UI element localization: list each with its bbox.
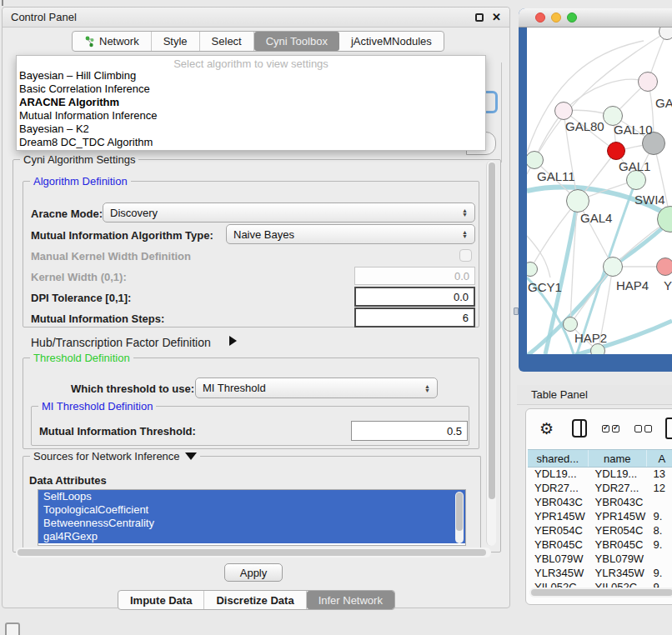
table-row[interactable]: YBR045CYBR045C9.	[528, 538, 672, 552]
dpi-tolerance-field[interactable]: 0.0	[354, 287, 475, 307]
attribute-item[interactable]: BetweennessCentrality	[38, 517, 465, 530]
node-gal80[interactable]	[554, 102, 573, 120]
attributes-scrollbar-thumb[interactable]	[456, 492, 463, 531]
network-canvas[interactable]: GALGAL80GAL10GAL1GAL11GAL4SWI4HAP4YGCY1H…	[527, 28, 672, 354]
aracne-mode-value: Discovery	[110, 207, 158, 219]
column-header-1[interactable]: shared...	[528, 450, 589, 467]
tab-discretize-data[interactable]: Discretize Data	[204, 591, 306, 609]
node-hap4[interactable]	[603, 257, 623, 277]
node-label-swi4: SWI4	[634, 192, 665, 207]
unchecked-pair-icon[interactable]	[634, 425, 652, 432]
node-label-gal1: GAL1	[619, 159, 650, 173]
settings-scrollbar[interactable]	[486, 161, 496, 546]
tab-style[interactable]: Style	[152, 32, 200, 51]
algorithm-menu-item[interactable]: ARACNE Algorithm	[17, 96, 485, 109]
table-header-row: shared...nameA	[528, 449, 672, 468]
cyni-bottom-tabbar: Impute DataDiscretize DataInfer Network	[118, 590, 395, 610]
aracne-mode-select[interactable]: Discovery ▲▼	[103, 202, 475, 222]
attribute-item[interactable]: SelfLoops	[38, 490, 465, 503]
which-threshold-select[interactable]: MI Threshold ▲▼	[195, 378, 438, 398]
attribute-item[interactable]: gal4RGexp	[38, 530, 465, 543]
tab-cyni-toolbox[interactable]: Cyni Toolbox	[254, 32, 339, 51]
mi-algorithm-type-select[interactable]: Naive Bayes ▲▼	[226, 224, 475, 244]
minimized-panel-icon[interactable]	[5, 622, 20, 635]
columns-icon[interactable]	[572, 419, 587, 438]
table-body: YDL19...YDL19...13YDR27...YDR27...12YBR0…	[528, 468, 672, 604]
settings-hscrollbar-thumb[interactable]	[18, 549, 486, 556]
mi-threshold-value: 0.5	[447, 425, 462, 438]
panel-title: Control Panel	[11, 11, 77, 23]
edge-artifact	[2, 0, 3, 6]
table-cell: YER054C	[589, 524, 647, 538]
control-panel-tabbar: NetworkStyleSelectCyni ToolboxjActiveMNo…	[72, 31, 444, 52]
table-cell	[646, 496, 672, 510]
apply-button[interactable]: Apply	[224, 563, 283, 582]
table-row[interactable]: YBL079WYBL079W	[528, 552, 672, 567]
mi-threshold-label: Mutual Information Threshold:	[39, 425, 196, 438]
collapse-down-icon[interactable]	[185, 452, 197, 460]
close-window-icon[interactable]	[535, 12, 545, 22]
settings-hscrollbar[interactable]	[16, 548, 491, 558]
manual-kernel-width-checkbox[interactable]	[459, 249, 472, 262]
unchecked-box-icon	[634, 425, 642, 432]
table-cell: YBR043C	[528, 496, 589, 510]
table-cell: YBR045C	[589, 538, 647, 552]
checked-pair-icon[interactable]	[602, 425, 619, 432]
tab-label: Cyni Toolbox	[266, 35, 328, 48]
hub-section-label[interactable]: Hub/Transcription Factor Definition	[31, 336, 211, 349]
table-cell: 8.	[646, 524, 672, 538]
algorithm-menu-item[interactable]: Basic Correlation Inference	[17, 82, 485, 96]
close-panel-icon[interactable]: ✕	[492, 13, 501, 22]
algorithm-definition-title: Algorithm Definition	[30, 175, 131, 188]
tab-select[interactable]: Select	[200, 32, 254, 51]
table-row[interactable]: YER054CYER054C8.	[528, 524, 672, 538]
network-window-titlebar[interactable]	[519, 8, 672, 28]
float-panel-icon[interactable]	[475, 13, 484, 22]
table-row[interactable]: YDR27...YDR27...12	[528, 482, 672, 496]
node-salmon[interactable]	[656, 258, 672, 276]
node-hap2[interactable]	[563, 317, 578, 332]
algorithm-menu-item[interactable]: Bayesian – K2	[17, 122, 485, 136]
node-pink-upper[interactable]	[638, 72, 658, 92]
tab-network[interactable]: Network	[73, 32, 152, 51]
node-gal4[interactable]	[566, 189, 589, 212]
tab-impute-data[interactable]: Impute Data	[118, 591, 204, 609]
table-cell: YDR27...	[589, 482, 647, 496]
mi-threshold-field[interactable]: 0.5	[351, 421, 468, 441]
unchecked-box-icon	[644, 425, 652, 432]
table-row[interactable]: YPR145WYPR145W9.	[528, 510, 672, 524]
column-header-3[interactable]: A	[647, 450, 672, 467]
algorithm-menu-item[interactable]: Bayesian – Hill Climbing	[17, 69, 485, 82]
zoom-window-icon[interactable]	[567, 12, 577, 22]
table-hscrollbar[interactable]	[529, 588, 672, 598]
gear-icon[interactable]: ⚙	[539, 419, 554, 438]
tab-label: jActiveMNodules	[351, 35, 432, 48]
mi-steps-field[interactable]: 6	[354, 308, 475, 328]
data-attributes-list[interactable]: SelfLoopsTopologicalCoefficientBetweenne…	[38, 489, 466, 546]
table-hscrollbar-thumb[interactable]	[531, 589, 672, 596]
minimize-window-icon[interactable]	[551, 12, 561, 22]
column-header-2[interactable]: name	[589, 450, 647, 467]
table-cell: 13	[646, 468, 672, 482]
attributes-scrollbar[interactable]	[455, 492, 464, 543]
tab-jactivemnodules[interactable]: jActiveMNodules	[339, 32, 444, 51]
settings-scrollbar-thumb[interactable]	[489, 162, 495, 499]
table-panel-container: ⚙ shared...nameA YDL19...YDL19...13YDR27…	[525, 408, 672, 605]
algorithm-menu-list: Bayesian – Hill ClimbingBasic Correlatio…	[17, 69, 485, 149]
combo-arrows-icon: ▲▼	[457, 230, 468, 238]
algorithm-menu-item[interactable]: Mutual Information Inference	[17, 109, 485, 122]
tab-infer-network[interactable]: Infer Network	[307, 591, 394, 609]
kernel-width-field[interactable]: 0.0	[354, 267, 475, 285]
data-attributes-label: Data Attributes	[29, 474, 107, 487]
algorithm-menu-item[interactable]: Dream8 DC_TDC Algorithm	[17, 136, 485, 149]
table-row[interactable]: YDL19...YDL19...13	[528, 468, 672, 482]
node-label-gal11: GAL11	[537, 169, 575, 183]
table-row[interactable]: YLR345WYLR345W9.	[528, 567, 672, 581]
document-icon[interactable]	[665, 418, 672, 439]
expand-right-icon[interactable]	[229, 336, 237, 346]
table-row[interactable]: YBR043CYBR043C	[528, 496, 672, 510]
mi-algorithm-type-label: Mutual Information Algorithm Type:	[31, 229, 213, 242]
attribute-item[interactable]: TopologicalCoefficient	[38, 503, 465, 517]
node-red[interactable]	[607, 142, 625, 160]
checked-box-icon	[612, 425, 619, 432]
